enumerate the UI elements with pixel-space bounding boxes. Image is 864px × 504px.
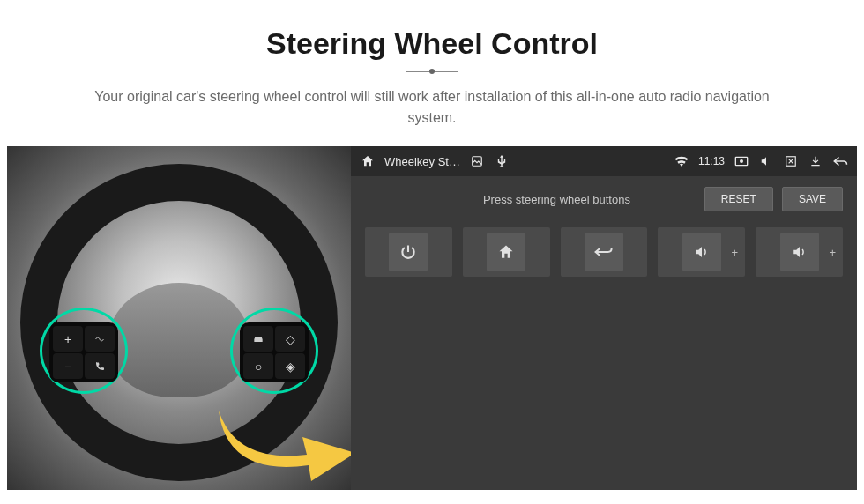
app-title: Wheelkey St… [384,155,460,168]
wheel-button-cluster-right: ◇ ○ ◈ [240,322,309,382]
function-home-button[interactable] [463,227,550,277]
clock-time: 11:13 [698,155,725,167]
minus-icon: − [53,353,83,379]
back-icon[interactable] [832,153,848,169]
steering-wheel-image: + − ◇ ○ ◈ [7,146,351,490]
header-section: Steering Wheel Control Your original car… [0,0,864,146]
page-subtitle: Your original car's steering wheel contr… [88,86,776,129]
function-power-button[interactable] [365,227,452,277]
cast-icon[interactable] [734,153,749,169]
power-icon [389,233,428,271]
save-button[interactable]: SAVE [782,187,843,211]
instruction-row: Press steering wheel buttons RESET SAVE [351,176,857,222]
return-icon [585,233,623,271]
close-box-icon[interactable] [783,153,799,169]
nav-icon: ◈ [275,353,305,379]
page-title: Steering Wheel Control [35,26,829,61]
wheel-button-cluster-left: + − [49,322,118,382]
function-button-grid: + + [351,222,857,282]
arrow-indicator-icon [210,402,351,481]
reset-button[interactable]: RESET [704,187,773,211]
volume-plus-label: + [829,246,836,259]
home-icon[interactable] [360,153,376,169]
status-bar-left: Wheelkey St… [360,153,510,169]
svg-point-2 [741,160,743,163]
plus-icon: + [53,326,83,352]
volume-icon [780,233,819,271]
volume-plus-label: + [732,246,739,259]
voice-icon [85,326,115,352]
phone-icon [85,353,115,379]
home-icon [487,233,525,271]
picture-icon [469,153,485,169]
title-divider [406,71,458,72]
car-icon [243,326,273,352]
function-volume-up-button[interactable]: + [658,227,745,277]
diamond-icon: ◇ [275,326,305,352]
head-unit-screen: Wheelkey St… 11:13 [351,146,857,490]
status-bar-right: 11:13 [674,153,848,169]
content-row: + − ◇ ○ ◈ Wheelkey [0,146,864,490]
status-bar: Wheelkey St… 11:13 [351,146,857,176]
circle-icon: ○ [243,353,273,379]
function-volume-up-button-2[interactable]: + [756,227,843,277]
download-icon[interactable] [808,153,823,169]
instruction-text: Press steering wheel buttons [365,193,696,206]
function-return-button[interactable] [561,227,648,277]
wheel-hub [108,283,250,397]
usb-icon [494,153,510,169]
mute-icon[interactable] [758,153,774,169]
wifi-icon [674,153,689,169]
volume-icon [682,233,721,271]
